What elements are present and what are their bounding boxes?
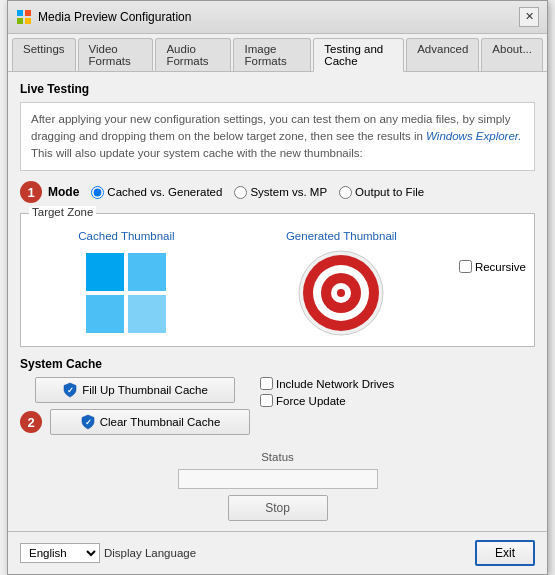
app-icon: [16, 9, 32, 25]
radio-label-cached: Cached vs. Generated: [107, 186, 222, 198]
recursive-col: Recursive: [459, 230, 526, 273]
windows-logo-icon: [82, 249, 170, 337]
network-drives-label: Include Network Drives: [276, 378, 394, 390]
main-window: Media Preview Configuration ✕ Settings V…: [7, 0, 548, 575]
tab-advanced[interactable]: Advanced: [406, 38, 479, 71]
cached-label: Cached Thumbnail: [78, 230, 174, 242]
lang-row: English German French Spanish Display La…: [20, 543, 196, 563]
fill-btn-label: Fill Up Thumbnail Cache: [82, 384, 208, 396]
language-select[interactable]: English German French Spanish: [20, 543, 100, 563]
force-update-item[interactable]: Force Update: [260, 394, 394, 407]
info-text-1: After applying your new configuration se…: [31, 113, 510, 125]
radio-output-to-file[interactable]: Output to File: [339, 186, 424, 199]
info-highlight: Windows Explorer.: [426, 130, 521, 142]
cached-thumbnail-col: Cached Thumbnail: [29, 230, 224, 338]
radio-label-output: Output to File: [355, 186, 424, 198]
svg-rect-3: [25, 18, 31, 24]
fill-btn-row: ✓ Fill Up Thumbnail Cache: [35, 377, 235, 403]
system-cache-section: System Cache ✓ Fill Up Thumbnail Cache: [20, 357, 535, 521]
svg-rect-0: [17, 10, 23, 16]
generated-thumbnail-col: Generated Thumbnail: [244, 230, 439, 338]
svg-rect-5: [128, 253, 166, 291]
fill-shield-icon: ✓: [62, 382, 78, 398]
target-zone: Target Zone Cached Thumbnail: [20, 213, 535, 347]
thumbnails-row: Cached Thumbnail Generated: [29, 222, 526, 338]
mode-radio-group: Cached vs. Generated System vs. MP Outpu…: [91, 186, 424, 199]
stop-button[interactable]: Stop: [228, 495, 328, 521]
force-update-checkbox[interactable]: [260, 394, 273, 407]
svg-rect-6: [86, 295, 124, 333]
live-testing-section: Live Testing After applying your new con…: [20, 82, 535, 348]
cache-checkboxes: Include Network Drives Force Update: [260, 377, 394, 407]
info-text-3: This will also update your system cache …: [31, 147, 363, 159]
title-bar-left: Media Preview Configuration: [16, 9, 191, 25]
radio-system-vs-mp[interactable]: System vs. MP: [234, 186, 327, 199]
recursive-label: Recursive: [475, 261, 526, 273]
main-content: Live Testing After applying your new con…: [8, 72, 547, 532]
footer: English German French Spanish Display La…: [8, 531, 547, 574]
tab-settings[interactable]: Settings: [12, 38, 76, 71]
tab-video-formats[interactable]: Video Formats: [78, 38, 154, 71]
title-bar: Media Preview Configuration ✕: [8, 1, 547, 34]
force-update-label: Force Update: [276, 395, 346, 407]
close-button[interactable]: ✕: [519, 7, 539, 27]
target-icon: [297, 249, 385, 337]
cache-main-row: ✓ Fill Up Thumbnail Cache 2 ✓: [20, 377, 535, 443]
svg-rect-7: [128, 295, 166, 333]
network-drives-item[interactable]: Include Network Drives: [260, 377, 394, 390]
mode-label: Mode: [48, 185, 79, 199]
svg-rect-4: [86, 253, 124, 291]
exit-button[interactable]: Exit: [475, 540, 535, 566]
cache-buttons: ✓ Fill Up Thumbnail Cache 2 ✓: [20, 377, 250, 435]
svg-point-13: [337, 289, 345, 297]
network-drives-checkbox[interactable]: [260, 377, 273, 390]
radio-label-system: System vs. MP: [250, 186, 327, 198]
recursive-checkbox[interactable]: [459, 260, 472, 273]
cached-thumbnail-img: [76, 248, 176, 338]
radio-cached-vs-generated[interactable]: Cached vs. Generated: [91, 186, 222, 199]
info-text-2: dragging and dropping them on the below …: [31, 130, 423, 142]
display-lang-label: Display Language: [104, 547, 196, 559]
tab-about[interactable]: About...: [481, 38, 543, 71]
clear-btn-label: Clear Thumbnail Cache: [100, 416, 221, 428]
generated-label: Generated Thumbnail: [286, 230, 397, 242]
mode-row: 1 Mode Cached vs. Generated System vs. M…: [20, 181, 535, 203]
status-bar: [178, 469, 378, 489]
svg-rect-2: [17, 18, 23, 24]
clear-badge: 2: [20, 411, 42, 433]
tab-testing-cache[interactable]: Testing and Cache: [313, 38, 404, 72]
generated-thumbnail-img: [291, 248, 391, 338]
clear-btn-row: 2 ✓ Clear Thumbnail Cache: [20, 409, 250, 435]
system-cache-title: System Cache: [20, 357, 535, 371]
status-label: Status: [261, 451, 294, 463]
window-title: Media Preview Configuration: [38, 10, 191, 24]
clear-cache-button[interactable]: ✓ Clear Thumbnail Cache: [50, 409, 250, 435]
tab-audio-formats[interactable]: Audio Formats: [155, 38, 231, 71]
clear-shield-icon: ✓: [80, 414, 96, 430]
fill-cache-button[interactable]: ✓ Fill Up Thumbnail Cache: [35, 377, 235, 403]
info-box: After applying your new configuration se…: [20, 102, 535, 172]
tab-bar: Settings Video Formats Audio Formats Ima…: [8, 34, 547, 72]
svg-rect-1: [25, 10, 31, 16]
live-testing-title: Live Testing: [20, 82, 535, 96]
target-zone-title: Target Zone: [29, 206, 96, 218]
svg-text:✓: ✓: [67, 386, 74, 395]
mode-badge: 1: [20, 181, 42, 203]
status-section: Status Stop: [20, 451, 535, 521]
svg-text:✓: ✓: [84, 418, 91, 427]
tab-image-formats[interactable]: Image Formats: [233, 38, 311, 71]
